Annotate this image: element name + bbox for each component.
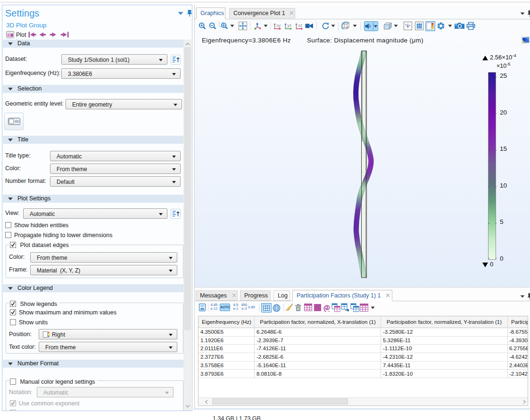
svg-text:yz: yz bbox=[287, 23, 292, 28]
svg-text:xy: xy bbox=[276, 23, 281, 28]
svg-text:xz: xz bbox=[298, 23, 303, 28]
